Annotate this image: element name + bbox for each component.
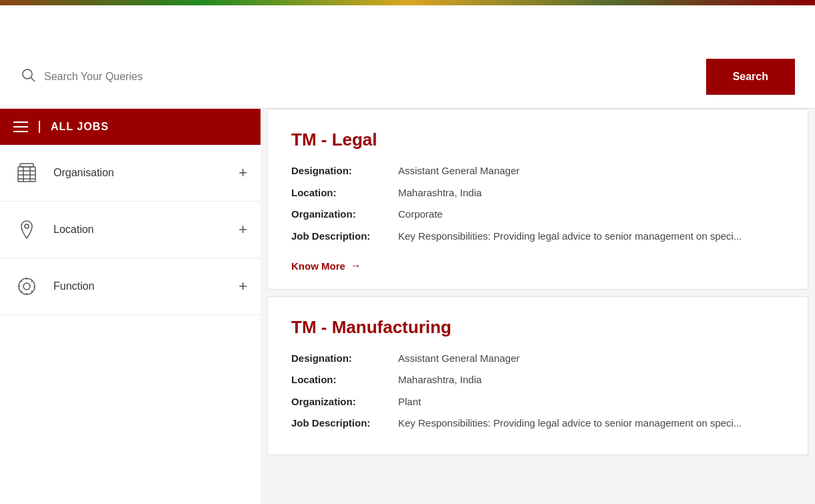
- jobdesc-label-2: Job Description:: [291, 416, 398, 431]
- organization-row-2: Organization: Plant: [291, 395, 784, 410]
- location-row-1: Location: Maharashtra, India: [291, 186, 784, 201]
- organization-value-1: Corporate: [398, 207, 784, 222]
- svg-line-16: [21, 281, 22, 282]
- white-space: [0, 5, 815, 45]
- search-button[interactable]: Search: [706, 59, 795, 95]
- all-jobs-section[interactable]: ALL JOBS: [0, 109, 261, 145]
- sidebar-function-label: Function: [53, 280, 225, 292]
- job-card-1: TM - Legal Designation: Assistant Genera…: [267, 109, 808, 290]
- svg-point-9: [25, 224, 29, 228]
- designation-row-2: Designation: Assistant General Manager: [291, 351, 784, 366]
- location-label-2: Location:: [291, 372, 398, 388]
- job-title-1: TM - Legal: [291, 130, 784, 150]
- main-layout: ALL JOBS Organisation +: [0, 109, 815, 504]
- search-input[interactable]: [44, 71, 706, 83]
- svg-point-11: [23, 283, 30, 290]
- building-icon: [13, 160, 40, 186]
- organization-label-1: Organization:: [291, 207, 398, 222]
- svg-point-10: [19, 278, 35, 294]
- all-jobs-label: ALL JOBS: [39, 121, 109, 133]
- svg-rect-8: [20, 164, 33, 167]
- sidebar-organisation-label: Organisation: [53, 167, 225, 179]
- svg-line-1: [31, 78, 35, 82]
- location-expand-icon: +: [238, 221, 247, 238]
- jobdesc-value-1: Key Responsibilities: Providing legal ad…: [398, 229, 784, 244]
- svg-point-0: [23, 69, 32, 79]
- location-label-1: Location:: [291, 186, 398, 201]
- know-more-1[interactable]: Know More →: [291, 260, 361, 272]
- jobdesc-row-1: Job Description: Key Responsibilities: P…: [291, 229, 784, 244]
- job-title-2: TM - Manufacturing: [291, 317, 784, 338]
- sidebar-item-location[interactable]: Location +: [0, 202, 261, 258]
- location-value-1: Maharashtra, India: [398, 186, 784, 201]
- organisation-expand-icon: +: [238, 164, 247, 182]
- svg-line-19: [21, 291, 22, 292]
- function-expand-icon: +: [238, 278, 247, 295]
- sidebar-location-label: Location: [53, 224, 225, 236]
- organization-label-2: Organization:: [291, 395, 398, 410]
- designation-row-1: Designation: Assistant General Manager: [291, 164, 784, 179]
- function-icon: [13, 273, 40, 300]
- sidebar-item-function[interactable]: Function +: [0, 258, 261, 315]
- top-banner: [0, 0, 815, 5]
- jobdesc-value-2: Key Responsibilities: Providing legal ad…: [398, 416, 784, 431]
- jobdesc-row-2: Job Description: Key Responsibilities: P…: [291, 416, 784, 431]
- sidebar: ALL JOBS Organisation +: [0, 109, 261, 504]
- job-card-2: TM - Manufacturing Designation: Assistan…: [267, 296, 808, 455]
- location-row-2: Location: Maharashtra, India: [291, 372, 784, 388]
- designation-label-2: Designation:: [291, 351, 398, 366]
- svg-line-18: [31, 281, 32, 282]
- svg-line-17: [31, 291, 32, 292]
- content-area: TM - Legal Designation: Assistant Genera…: [261, 109, 815, 504]
- arrow-right-icon-1: →: [351, 260, 361, 272]
- designation-value-1: Assistant General Manager: [398, 164, 784, 179]
- organization-row-1: Organization: Corporate: [291, 207, 784, 222]
- designation-value-2: Assistant General Manager: [398, 351, 784, 366]
- organization-value-2: Plant: [398, 395, 784, 410]
- designation-label-1: Designation:: [291, 164, 398, 179]
- hamburger-icon: [13, 121, 28, 132]
- search-bar: Search: [0, 45, 815, 109]
- sidebar-item-organisation[interactable]: Organisation +: [0, 145, 261, 202]
- location-icon: [13, 216, 40, 243]
- location-value-2: Maharashtra, India: [398, 372, 784, 388]
- search-icon: [20, 67, 36, 87]
- jobdesc-label-1: Job Description:: [291, 229, 398, 244]
